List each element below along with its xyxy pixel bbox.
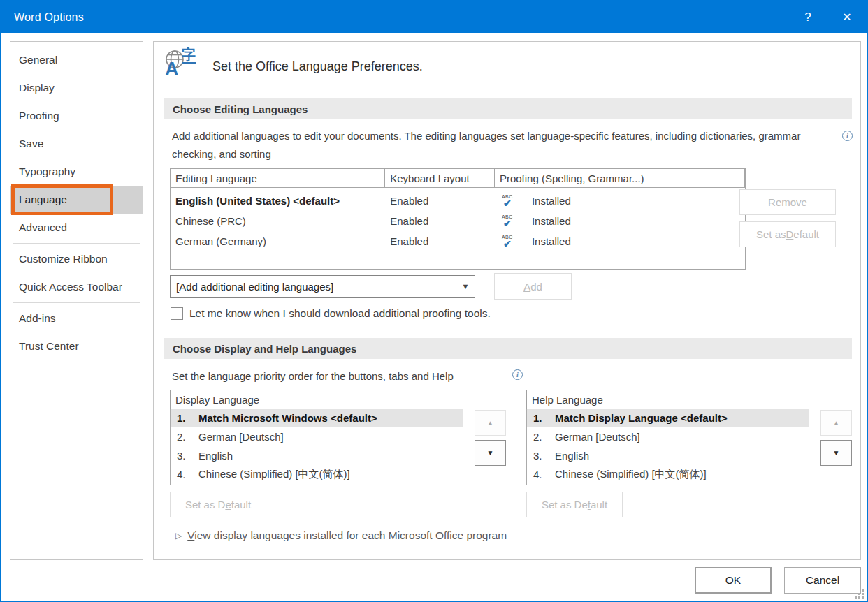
close-icon[interactable]: ✕: [827, 1, 867, 33]
display-language-listbox: Display Language 1. Match Microsoft Wind…: [170, 390, 463, 485]
ok-button[interactable]: OK: [695, 567, 772, 594]
arrow-down-icon: ▼: [487, 449, 494, 457]
sidebar-item-general[interactable]: General: [10, 46, 143, 74]
sidebar-item-typography[interactable]: Typography: [10, 158, 143, 186]
move-up-button-help[interactable]: ▲: [820, 410, 852, 436]
editing-language-cell: German (Germany): [171, 235, 385, 247]
table-row[interactable]: Chinese (PRC) Enabled ABC ✔ Installed: [171, 211, 745, 231]
arrow-up-icon: ▲: [487, 419, 494, 427]
sidebar-item-quick-access-toolbar[interactable]: Quick Access Toolbar: [10, 273, 143, 301]
keyboard-layout-cell: Enabled: [385, 235, 495, 247]
display-language-header: Display Language: [170, 390, 463, 409]
proofing-status: Installed: [532, 235, 571, 247]
table-row[interactable]: German (Germany) Enabled ABC ✔ Installed: [171, 231, 745, 251]
list-item[interactable]: 1. Match Display Language <default>: [527, 409, 809, 427]
icon-letter-cjk: 字: [182, 47, 196, 64]
title-bar: Word Options ? ✕: [1, 1, 867, 33]
arrow-down-icon: ▼: [833, 449, 840, 457]
display-help-section-header: Choose Display and Help Languages: [164, 338, 852, 359]
move-down-button-display[interactable]: ▼: [475, 440, 506, 466]
proofing-tools-checkbox-row: Let me know when I should download addit…: [171, 307, 491, 320]
sidebar-item-save[interactable]: Save: [10, 130, 143, 158]
remove-button[interactable]: Remove: [739, 189, 836, 215]
language-globe-icon: A 字: [164, 49, 200, 84]
cancel-button[interactable]: Cancel: [784, 567, 861, 594]
options-sidebar: General Display Proofing Save Typography…: [10, 41, 143, 560]
page-title: Set the Office Language Preferences.: [212, 59, 423, 74]
column-header-keyboard-layout: Keyboard Layout: [384, 168, 495, 188]
word-options-dialog: Word Options ? ✕ General Display Proofin…: [0, 0, 868, 602]
help-language-listbox: Help Language 1. Match Display Language …: [526, 390, 809, 485]
move-up-button-display[interactable]: ▲: [475, 410, 506, 436]
sidebar-item-language-label: Language: [19, 193, 67, 206]
editing-languages-table: Editing Language Keyboard Layout Proofin…: [170, 168, 746, 270]
resize-grip[interactable]: [855, 589, 864, 599]
help-language-header: Help Language: [526, 390, 809, 409]
spellcheck-icon: ABC ✔: [500, 214, 515, 228]
add-button[interactable]: Add: [494, 273, 572, 300]
display-help-section-title: Choose Display and Help Languages: [164, 343, 356, 355]
table-row[interactable]: English (United States) <default> Enable…: [171, 191, 745, 211]
priority-info-icon[interactable]: i: [512, 369, 523, 380]
add-language-dropdown[interactable]: [Add additional editing languages] ▼: [170, 275, 475, 298]
help-icon[interactable]: ?: [788, 1, 827, 33]
keyboard-layout-cell: Enabled: [385, 215, 495, 227]
set-as-default-button-help[interactable]: Set as Default: [526, 492, 623, 517]
sidebar-divider: [13, 302, 140, 303]
chevron-down-icon: ▼: [456, 282, 475, 291]
editing-languages-description: Add additional languages to edit your do…: [172, 127, 818, 163]
editing-language-cell: Chinese (PRC): [171, 215, 385, 227]
proofing-tools-checkbox-label: Let me know when I should download addit…: [189, 307, 491, 320]
move-down-button-help[interactable]: ▼: [820, 440, 852, 466]
sidebar-item-trust-center[interactable]: Trust Center: [10, 332, 143, 360]
sidebar-divider: [13, 243, 140, 244]
proofing-cell: ABC ✔ Installed: [495, 194, 745, 207]
sidebar-item-proofing[interactable]: Proofing: [10, 102, 143, 130]
set-as-default-button-editing[interactable]: Set as Default: [739, 221, 836, 247]
sidebar-item-advanced[interactable]: Advanced: [10, 214, 143, 242]
table-header-row: Editing Language Keyboard Layout Proofin…: [171, 169, 745, 188]
page-header: A 字 Set the Office Language Preferences.: [164, 47, 423, 85]
language-settings-panel: A 字 Set the Office Language Preferences.…: [153, 41, 861, 560]
title-bar-buttons: ? ✕: [788, 1, 867, 33]
list-item[interactable]: 4. Chinese (Simplified) [中文(简体)]: [527, 465, 809, 484]
set-as-default-button-display[interactable]: Set as Default: [170, 492, 266, 517]
proofing-status: Installed: [532, 195, 571, 207]
view-display-languages-link[interactable]: ▷ View display languages installed for e…: [175, 529, 507, 542]
spellcheck-icon: ABC ✔: [500, 194, 515, 207]
keyboard-layout-cell: Enabled: [385, 195, 495, 207]
editing-languages-section-title: Choose Editing Languages: [164, 103, 308, 115]
list-item[interactable]: 2. German [Deutsch]: [171, 427, 463, 446]
arrow-up-icon: ▲: [833, 419, 840, 427]
collapsed-triangle-icon: ▷: [175, 531, 182, 541]
editing-languages-section-header: Choose Editing Languages: [164, 98, 852, 119]
sidebar-item-add-ins[interactable]: Add-ins: [10, 304, 143, 332]
proofing-tools-checkbox[interactable]: [171, 307, 183, 320]
priority-order-text: Set the language priority order for the …: [172, 367, 454, 386]
list-item[interactable]: 3. English: [171, 446, 463, 465]
proofing-cell: ABC ✔ Installed: [495, 214, 745, 228]
list-item[interactable]: 3. English: [527, 446, 809, 465]
list-item[interactable]: 2. German [Deutsch]: [527, 427, 809, 446]
sidebar-item-customize-ribbon[interactable]: Customize Ribbon: [10, 245, 143, 273]
proofing-status: Installed: [532, 215, 571, 227]
column-header-editing-language: Editing Language: [170, 168, 385, 188]
list-item[interactable]: 4. Chinese (Simplified) [中文(简体)]: [171, 465, 463, 484]
icon-letter-a: A: [165, 60, 179, 79]
column-header-proofing: Proofing (Spelling, Grammar...): [494, 168, 745, 188]
editing-language-cell: English (United States) <default>: [171, 195, 385, 207]
window-title: Word Options: [1, 11, 84, 24]
sidebar-item-display[interactable]: Display: [10, 74, 143, 102]
sidebar-item-language[interactable]: Language: [10, 186, 143, 214]
proofing-cell: ABC ✔ Installed: [495, 235, 745, 248]
list-item[interactable]: 1. Match Microsoft Windows <default>: [171, 409, 463, 427]
spellcheck-icon: ABC ✔: [500, 235, 515, 248]
editing-info-icon[interactable]: i: [842, 131, 853, 141]
dropdown-value: [Add additional editing languages]: [171, 281, 456, 293]
